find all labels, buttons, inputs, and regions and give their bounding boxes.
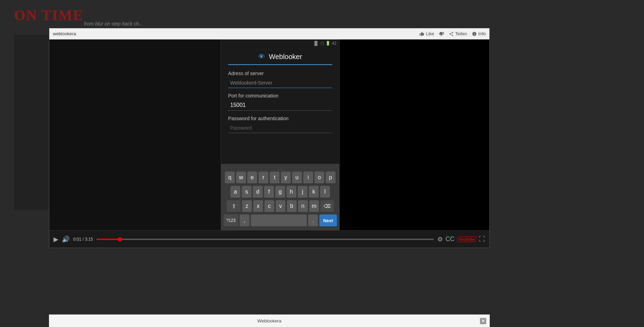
play-button[interactable]: ▶ [54,235,58,243]
keyboard: · · · q w e r t y u i o p a [221,164,339,230]
key-s[interactable]: s [242,186,252,198]
period-key[interactable]: . [308,215,318,227]
password-label: Password for authentication [228,116,332,121]
blog-subtitle: from blur on step back ch... [84,21,143,27]
key-e[interactable]: e [247,172,257,184]
server-input[interactable]: Weblookerd-Server [228,78,332,88]
window-title: weblookera [53,31,76,36]
port-label: Port for communication [228,93,332,99]
app-container: 👁 Weblooker Adress of server Weblookerd-… [221,47,339,144]
password-placeholder: Password [230,125,252,131]
info-button[interactable]: Info [472,31,486,36]
server-placeholder: Weblookerd-Server [230,80,272,86]
server-label: Adress of server [228,71,332,76]
notification-bar: ▐▌ ⬡ 🔋 42 [221,39,339,47]
key-m[interactable]: m [309,200,319,213]
key-p[interactable]: p [326,172,335,184]
bottom-title: Weblookera [257,318,281,324]
key-j[interactable]: j [298,186,307,198]
key-c[interactable]: c [264,200,274,213]
partial-hint: · · · [222,166,338,172]
dislike-button[interactable] [439,31,444,36]
like-button[interactable]: Like [419,31,434,36]
key-w[interactable]: w [236,172,246,184]
progress-bar[interactable] [97,239,434,240]
volume-button[interactable]: 🔊 [62,235,70,243]
window-title-actions: Like Teilen Info [419,31,486,36]
port-field-group: Port for communication 15001 [228,93,332,111]
key-l[interactable]: l [320,186,330,198]
progress-thumb [118,237,122,241]
video-controls: ▶ 🔊 0:01 / 3:15 ⚙ CC YouTube ⛶ [49,230,489,248]
info-icon [472,31,477,36]
keyboard-row-2: a s d f g h j k l [222,186,338,198]
app-header: 👁 Weblooker [228,53,332,65]
progress-fill [97,239,120,240]
key-t[interactable]: t [270,172,279,184]
key-z[interactable]: z [242,200,252,213]
next-key[interactable]: Next [319,215,337,227]
current-time: 0:01 / 3:15 [73,237,93,242]
video-right-area [340,39,489,230]
settings-button[interactable]: ⚙ [437,235,443,243]
right-controls: ⚙ CC YouTube ⛶ [437,235,485,243]
delete-key[interactable]: ⌫ [320,200,334,213]
password-field-group: Password for authentication Password [228,116,332,133]
app-title: Weblooker [269,53,302,61]
like-icon [419,31,424,36]
comma-key[interactable]: , [240,215,249,227]
key-n[interactable]: n [298,200,308,213]
info-label: Info [478,31,486,36]
app-icon: 👁 [258,53,265,61]
blog-title: ON TIME [14,7,84,24]
key-o[interactable]: o [314,172,324,184]
window-titlebar: weblookera Like Teilen Info [49,28,489,39]
key-v[interactable]: v [276,200,285,213]
key-h[interactable]: h [286,186,296,198]
video-left-area [49,39,221,230]
share-button[interactable]: Teilen [449,31,467,36]
keyboard-row-3: ⇧ z x c v b n m ⌫ [222,200,338,213]
key-y[interactable]: y [281,172,291,184]
space-key[interactable] [251,215,307,227]
key-a[interactable]: a [231,186,240,198]
bluetooth-icon: ⬡ [320,41,324,46]
modal-window: weblookera Like Teilen Info [49,28,490,248]
battery-icon: 🔋 [325,41,331,46]
like-label: Like [426,31,434,36]
port-value[interactable]: 15001 [228,101,332,111]
num-key[interactable]: ?123 [224,215,238,227]
battery-level: 42 [332,41,337,46]
key-q[interactable]: q [225,172,235,184]
mobile-screen: ▐▌ ⬡ 🔋 42 👁 Weblooker Adress of server W… [221,39,340,230]
bottom-bar: Weblookera ✕ [49,314,490,327]
key-d[interactable]: d [253,186,263,198]
password-input[interactable]: Password [228,123,332,133]
port-number: 15001 [230,102,246,108]
key-g[interactable]: g [275,186,285,198]
key-u[interactable]: u [292,172,302,184]
shift-key[interactable]: ⇧ [227,200,241,213]
keyboard-row-1: q w e r t y u i o p [222,172,338,184]
close-button[interactable]: ✕ [480,318,486,324]
key-b[interactable]: b [287,200,297,213]
share-label: Teilen [455,31,467,36]
share-icon [449,31,454,36]
key-i[interactable]: i [303,172,313,184]
fullscreen-button[interactable]: ⛶ [479,235,485,243]
server-field-group: Adress of server Weblookerd-Server [228,71,332,88]
key-k[interactable]: k [309,186,319,198]
dislike-icon [439,31,444,36]
signal-icon: ▐▌ [313,41,319,46]
key-x[interactable]: x [253,200,263,213]
key-r[interactable]: r [259,172,268,184]
key-f[interactable]: f [264,186,274,198]
left-sidebar [14,35,49,210]
youtube-logo: YouTube [458,237,476,242]
video-area: ▐▌ ⬡ 🔋 42 👁 Weblooker Adress of server W… [49,39,489,230]
cc-button[interactable]: CC [446,235,455,243]
keyboard-row-4: ?123 , . Next [222,215,338,227]
